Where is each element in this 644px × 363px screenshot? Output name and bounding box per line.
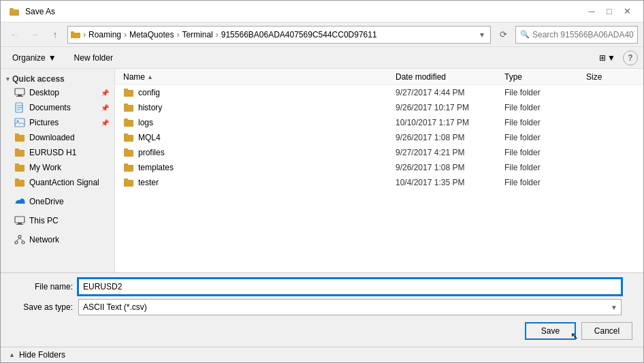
title-bar-left: Save As bbox=[9, 6, 55, 17]
table-row[interactable]: logs 10/10/2017 1:17 PM File folder bbox=[115, 115, 643, 130]
thispc-icon bbox=[14, 215, 25, 226]
col-size-header[interactable]: Size bbox=[583, 72, 638, 82]
svg-rect-39 bbox=[124, 165, 133, 172]
sidebar-item-thispc[interactable]: This PC bbox=[1, 213, 114, 228]
file-type-cell: File folder bbox=[502, 148, 583, 157]
folder-icon bbox=[123, 117, 134, 128]
svg-rect-23 bbox=[16, 224, 23, 225]
documents-icon bbox=[14, 102, 25, 113]
file-name-cell: logs bbox=[120, 117, 393, 128]
maximize-button[interactable]: □ bbox=[601, 3, 617, 20]
svg-rect-32 bbox=[124, 104, 128, 106]
file-date-cell: 9/26/2017 1:08 PM bbox=[393, 163, 502, 172]
col-name-header[interactable]: Name ▲ bbox=[120, 72, 393, 82]
address-bar[interactable]: › Roaming › MetaQuotes › Terminal › 9155… bbox=[67, 26, 491, 44]
file-name-cell: history bbox=[120, 102, 393, 113]
savetype-label: Save as type: bbox=[12, 302, 73, 312]
col-type-header[interactable]: Type bbox=[502, 72, 583, 82]
refresh-button[interactable]: ⟳ bbox=[495, 26, 511, 44]
sidebar-pictures-label: Pictures bbox=[29, 118, 59, 127]
cancel-label: Cancel bbox=[594, 326, 619, 336]
breadcrumb-metaquotes[interactable]: MetaQuotes bbox=[129, 30, 174, 40]
search-box[interactable]: 🔍 bbox=[515, 26, 638, 44]
file-type-cell: File folder bbox=[502, 133, 583, 142]
table-row[interactable]: templates 9/26/2017 1:08 PM File folder bbox=[115, 160, 643, 175]
file-date-cell: 9/27/2017 4:44 PM bbox=[393, 88, 502, 97]
quick-access-header[interactable]: ▾ Quick access bbox=[1, 72, 114, 85]
mywork-folder-icon bbox=[14, 162, 25, 173]
search-input[interactable] bbox=[532, 30, 634, 40]
up-button[interactable]: ↑ bbox=[47, 27, 63, 43]
file-name-cell: profiles bbox=[120, 147, 393, 158]
desktop-pin-icon: 📌 bbox=[101, 89, 109, 97]
table-row[interactable]: MQL4 9/26/2017 1:08 PM File folder bbox=[115, 130, 643, 145]
file-list: config 9/27/2017 4:44 PM File folder his… bbox=[115, 85, 643, 272]
address-toolbar: ← → ↑ › Roaming › MetaQuotes › Terminal … bbox=[1, 22, 643, 47]
back-button[interactable]: ← bbox=[6, 27, 22, 43]
sidebar-item-network[interactable]: Network bbox=[1, 232, 114, 247]
bottom-panel: File name: Save as type: ASCII Text (*.c… bbox=[1, 272, 643, 347]
new-folder-button[interactable]: New folder bbox=[68, 51, 119, 65]
close-button[interactable]: ✕ bbox=[619, 3, 635, 20]
file-name-text: profiles bbox=[138, 148, 165, 157]
sidebar-eurusd-label: EURUSD H1 bbox=[29, 148, 76, 157]
svg-rect-42 bbox=[124, 178, 128, 180]
filename-row: File name: bbox=[12, 279, 632, 295]
view-arrow-icon: ▼ bbox=[607, 53, 615, 63]
breadcrumb-terminal[interactable]: Terminal bbox=[182, 30, 212, 40]
table-row[interactable]: profiles 9/27/2017 4:21 PM File folder bbox=[115, 145, 643, 160]
cursor-icon: ↖ bbox=[570, 330, 579, 341]
address-dropdown-button[interactable]: ▾ bbox=[477, 28, 487, 42]
downloaded-folder-icon bbox=[14, 132, 25, 143]
svg-rect-18 bbox=[15, 163, 19, 165]
col-date-label: Date modified bbox=[396, 72, 446, 82]
svg-rect-6 bbox=[16, 96, 23, 97]
file-name-text: templates bbox=[138, 163, 174, 172]
hide-folders-bar[interactable]: ▲ Hide Folders bbox=[1, 347, 643, 362]
filename-input[interactable] bbox=[78, 279, 622, 295]
file-date-cell: 9/26/2017 1:08 PM bbox=[393, 133, 502, 142]
folder-icon bbox=[123, 102, 134, 113]
network-icon bbox=[14, 234, 25, 245]
file-name-cell: tester bbox=[120, 177, 393, 188]
breadcrumb-folder-icon bbox=[71, 31, 80, 39]
sidebar-item-downloaded[interactable]: Downloaded bbox=[1, 130, 114, 145]
svg-rect-0 bbox=[10, 10, 19, 16]
col-date-header[interactable]: Date modified bbox=[393, 72, 502, 82]
cancel-button[interactable]: Cancel bbox=[581, 322, 632, 340]
svg-point-26 bbox=[22, 241, 25, 244]
sidebar-item-documents[interactable]: Documents 📌 bbox=[1, 100, 114, 115]
savetype-select[interactable]: ASCII Text (*.csv) bbox=[78, 299, 622, 315]
file-date-cell: 10/10/2017 1:17 PM bbox=[393, 118, 502, 127]
savetype-row: Save as type: ASCII Text (*.csv) ▼ bbox=[12, 299, 632, 315]
organize-button[interactable]: Organize ▼ bbox=[6, 51, 63, 65]
svg-rect-37 bbox=[124, 150, 133, 157]
button-row: Save ↖ Cancel bbox=[12, 319, 632, 341]
sidebar-item-quantaction[interactable]: QuantAction Signal bbox=[1, 175, 114, 190]
sidebar-item-onedrive[interactable]: OneDrive bbox=[1, 194, 114, 209]
breadcrumb-sep-0: › bbox=[83, 30, 86, 40]
breadcrumb-id[interactable]: 915566BA06ADA407569C544CC0D97611 bbox=[221, 30, 377, 40]
forward-button[interactable]: → bbox=[27, 27, 43, 43]
file-type-cell: File folder bbox=[502, 88, 583, 97]
minimize-button[interactable]: ─ bbox=[583, 3, 600, 20]
sidebar-item-mywork[interactable]: My Work bbox=[1, 160, 114, 175]
new-folder-label: New folder bbox=[74, 53, 113, 63]
sidebar-item-pictures[interactable]: Pictures 📌 bbox=[1, 115, 114, 130]
quick-access-chevron: ▾ bbox=[6, 76, 10, 82]
table-row[interactable]: tester 10/4/2017 1:35 PM File folder bbox=[115, 175, 643, 190]
sidebar-item-desktop[interactable]: Desktop 📌 bbox=[1, 85, 114, 100]
breadcrumb-roaming[interactable]: Roaming bbox=[88, 30, 121, 40]
file-name-text: logs bbox=[138, 118, 153, 127]
view-button[interactable]: ⊞ ▼ bbox=[596, 51, 619, 65]
table-row[interactable]: history 9/26/2017 10:17 PM File folder bbox=[115, 100, 643, 115]
help-button[interactable]: ? bbox=[623, 50, 638, 65]
savetype-wrapper: ASCII Text (*.csv) ▼ bbox=[78, 299, 622, 315]
table-row[interactable]: config 9/27/2017 4:44 PM File folder bbox=[115, 85, 643, 100]
organize-toolbar: Organize ▼ New folder ⊞ ▼ ? bbox=[1, 47, 643, 69]
file-list-header: Name ▲ Date modified Type Size bbox=[115, 69, 643, 85]
svg-rect-40 bbox=[124, 163, 128, 165]
save-button[interactable]: Save ↖ bbox=[525, 322, 576, 340]
sidebar-item-eurusd[interactable]: EURUSD H1 bbox=[1, 145, 114, 160]
title-bar: Save As ─ □ ✕ bbox=[1, 1, 643, 22]
